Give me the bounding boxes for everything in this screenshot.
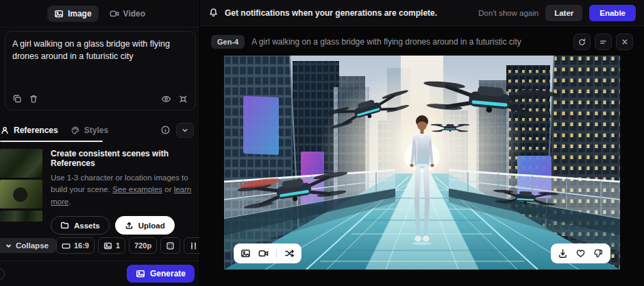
tab-references[interactable]: References	[0, 126, 58, 135]
image-count-button[interactable]: 1	[98, 237, 125, 254]
generated-image	[224, 56, 620, 270]
app-window: Image Video A girl walking on a glass br…	[0, 0, 644, 286]
later-button[interactable]: Later	[545, 5, 582, 21]
prompt-card: A girl walking on a glass bridge with fl…	[5, 31, 196, 110]
notification-message: Get notifications when your generations …	[225, 8, 437, 18]
bell-icon	[208, 8, 219, 18]
person-icon	[0, 126, 10, 135]
eye-icon[interactable]	[161, 94, 171, 104]
close-icon	[621, 38, 629, 46]
divider	[276, 249, 277, 258]
active-tab-indicator	[0, 141, 103, 142]
display-icon	[62, 241, 71, 250]
image-actions-left	[234, 243, 301, 263]
thumbs-down-icon[interactable]	[593, 248, 604, 259]
references-title: Create consistent scenes with References	[51, 149, 193, 168]
see-examples-link[interactable]: See examples	[112, 185, 162, 193]
prompt-panel: Image Video A girl walking on a glass br…	[0, 0, 200, 286]
panel-tab-bar: References Styles	[0, 119, 199, 142]
chevron-down-icon	[5, 242, 12, 250]
copy-icon[interactable]	[12, 94, 22, 104]
references-section: Create consistent scenes with References…	[0, 149, 199, 235]
resolution-button[interactable]: 720p	[129, 237, 157, 254]
reference-thumbnails	[0, 149, 42, 222]
heart-icon[interactable]	[575, 248, 586, 259]
tab-video-label: Video	[123, 9, 145, 19]
session-panel: Get notifications when your generations …	[200, 0, 644, 286]
dice-icon	[166, 241, 175, 250]
trash-icon[interactable]	[29, 94, 38, 104]
shuffle-icon[interactable]	[284, 248, 295, 259]
model-badge: Gen-4	[211, 35, 245, 49]
aspect-ratio-button[interactable]: 16:9	[56, 237, 95, 254]
prompt-actions	[12, 94, 188, 104]
folder-icon	[60, 221, 69, 230]
generation-header: Gen-4 A girl walking on a glass bridge w…	[200, 26, 644, 56]
enable-button[interactable]: Enable	[589, 5, 636, 21]
generate-button[interactable]: Generate	[127, 265, 195, 283]
reuse-settings-button[interactable]	[573, 34, 591, 50]
generated-image-container[interactable]	[224, 56, 620, 270]
prompt-enhance-icon[interactable]	[178, 94, 188, 104]
image-icon	[103, 241, 112, 250]
chevron-down-icon	[181, 126, 189, 134]
collapse-button[interactable]: Collapse	[0, 238, 56, 253]
reference-thumbnail[interactable]	[0, 180, 42, 208]
upload-button[interactable]: Upload	[115, 216, 175, 235]
close-button[interactable]	[616, 34, 633, 50]
mode-tab-bar: Image Video	[0, 0, 199, 27]
tab-image-label: Image	[68, 9, 92, 19]
dont-show-again-button[interactable]: Don't show again	[478, 9, 538, 17]
generation-settings-bar: Collapse 16:9 1 720p	[0, 235, 199, 257]
assets-button[interactable]: Assets	[51, 216, 110, 235]
tab-video[interactable]: Video	[103, 5, 152, 22]
image-icon	[54, 9, 64, 19]
upload-icon	[125, 221, 134, 230]
credits-indicator[interactable]	[0, 268, 5, 280]
tab-references-label: References	[14, 126, 58, 135]
tab-image[interactable]: Image	[47, 5, 99, 22]
info-icon[interactable]	[160, 125, 171, 135]
video-camera-icon	[110, 9, 119, 19]
prompt-input[interactable]: A girl walking on a glass bridge with fl…	[12, 38, 188, 62]
seed-button[interactable]	[160, 237, 180, 254]
palette-icon	[71, 126, 80, 135]
tab-styles-label: Styles	[84, 126, 108, 135]
image-icon	[136, 269, 145, 278]
sliders-icon	[189, 241, 198, 250]
generation-prompt: A girl walking on a glass bridge with fl…	[251, 37, 567, 47]
notification-bar: Get notifications when your generations …	[200, 0, 644, 26]
reference-thumbnail[interactable]	[0, 211, 42, 222]
use-as-image-icon[interactable]	[240, 248, 251, 259]
image-actions-right	[551, 243, 610, 263]
collapse-section-button[interactable]	[176, 123, 194, 138]
lines-icon	[599, 38, 608, 47]
reference-thumbnail[interactable]	[0, 149, 42, 178]
refresh-icon	[578, 38, 586, 47]
references-description: Use 1-3 character or location images to …	[51, 172, 193, 208]
download-icon[interactable]	[558, 248, 568, 259]
tab-styles[interactable]: Styles	[71, 126, 108, 135]
details-button[interactable]	[595, 34, 612, 50]
panel-footer: Generate	[0, 261, 199, 286]
use-as-video-icon[interactable]	[258, 248, 269, 259]
